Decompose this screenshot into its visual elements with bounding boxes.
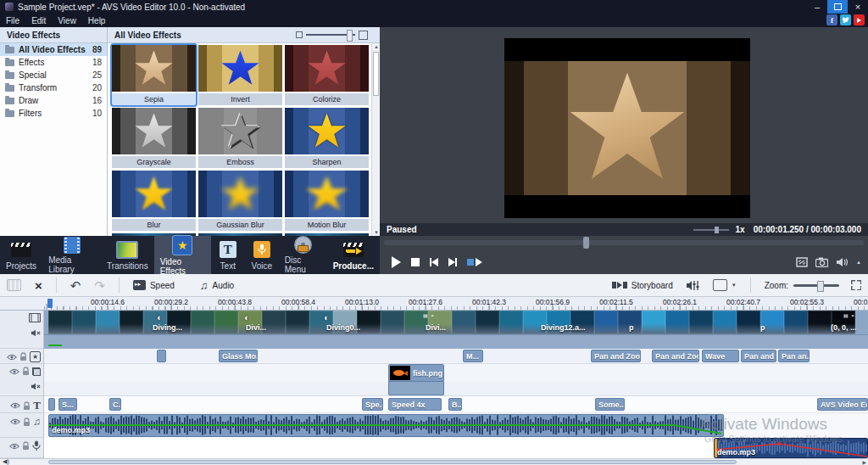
twitter-icon[interactable] (840, 14, 851, 25)
lock-icon[interactable] (19, 352, 27, 361)
effect-grayscale[interactable]: Grayscale (112, 108, 196, 168)
voice-audio-clip[interactable]: demo.mp3 (714, 438, 868, 458)
sidebar-item-effects[interactable]: Effects18 (0, 56, 107, 69)
video-thumbnail[interactable] (96, 311, 120, 334)
video-thumbnail[interactable] (499, 311, 523, 334)
transition-icon[interactable]: ◐ (324, 313, 330, 322)
video-thumbnail[interactable] (381, 311, 404, 334)
effect-clip[interactable]: M... (463, 350, 483, 362)
speaker-mute-icon[interactable] (31, 329, 41, 337)
timeline-zoom-slider[interactable] (793, 284, 839, 287)
trim-button[interactable] (0, 279, 28, 291)
seek-bar[interactable] (380, 236, 868, 249)
speaker-mute-icon[interactable] (31, 383, 41, 390)
sidebar-item-transform[interactable]: Transform20 (0, 81, 107, 94)
zoom-slider-handle[interactable] (817, 281, 824, 292)
toolbar-tab-video-effects[interactable]: ★Video Effects (154, 236, 211, 274)
text-clip[interactable]: B.. (448, 398, 462, 411)
video-thumbnail[interactable] (191, 311, 214, 334)
video-thumbnail[interactable] (357, 311, 381, 334)
video-thumbnail[interactable] (784, 311, 808, 334)
effect-invert[interactable]: Invert (198, 45, 282, 105)
text-clip[interactable]: AVS Video Edi... (817, 398, 868, 411)
effect-sharpen[interactable]: Sharpen (285, 108, 369, 168)
scroll-up-icon[interactable]: ▲ (373, 44, 380, 49)
sidebar-item-all-video-effects[interactable]: All Video Effects89 (0, 43, 107, 56)
sidebar-item-draw[interactable]: Draw16 (0, 94, 107, 107)
eye-icon[interactable] (9, 443, 19, 450)
storyboard-button[interactable]: Storyboard (605, 281, 680, 290)
toolbar-tab-produce[interactable]: Produce... (327, 236, 380, 274)
redo-button[interactable]: ↷ (87, 279, 112, 292)
audio-button[interactable]: ♫ Audio (193, 280, 241, 291)
thumbnail-size-slider[interactable] (296, 31, 368, 40)
step-preview-button[interactable] (467, 254, 482, 271)
timeline-ruler[interactable]: 00:00:14.600:00:29.200:00:43.800:00:58.4… (44, 297, 868, 311)
next-frame-button[interactable] (448, 254, 457, 271)
stop-button[interactable] (411, 254, 420, 271)
toolbar-tab-voice[interactable]: Voice (245, 236, 279, 274)
horizontal-scrollbar[interactable]: ▶ (0, 458, 868, 465)
effect-clip[interactable]: Pan and ... (741, 350, 776, 362)
video-thumbnail[interactable] (48, 311, 72, 334)
effect-clip[interactable]: Glass Mo... (219, 350, 258, 362)
video-thumbnail[interactable] (286, 311, 309, 334)
video-thumbnail[interactable] (689, 311, 713, 334)
lock-icon[interactable] (23, 417, 31, 427)
effect-gaussian[interactable]: Gaussian Blur (198, 171, 282, 231)
menu-item-file[interactable]: File (6, 16, 19, 25)
hscrollbar-thumb[interactable] (48, 460, 737, 464)
sidebar-item-special[interactable]: Special25 (0, 69, 107, 81)
scroll-right-icon[interactable]: ▶ (862, 459, 866, 465)
lock-icon[interactable] (22, 441, 30, 451)
video-thumbnail[interactable] (452, 311, 476, 334)
effect-clip[interactable]: Pan an... (778, 350, 810, 362)
effect-motion[interactable]: Motion Blur (285, 171, 369, 231)
effect-colorize[interactable]: Colorize (285, 45, 369, 105)
overlay-track[interactable]: fish.png (44, 364, 868, 382)
eye-icon[interactable] (10, 402, 20, 409)
audio-mixer-button[interactable] (680, 280, 706, 291)
video-thumbnail[interactable] (642, 311, 665, 334)
video-thumbnail[interactable] (808, 311, 832, 334)
toolbar-tab-disc-menu[interactable]: Disc Menu (279, 236, 327, 274)
speed-slider-handle[interactable] (715, 227, 719, 233)
effect-clip[interactable]: Pan and Zoom (591, 350, 641, 362)
text-clip[interactable]: Speed 4x (388, 398, 442, 411)
audio-clip[interactable]: demo.mp3 (48, 414, 724, 437)
delete-button[interactable]: × (28, 279, 49, 292)
video-thumbnail[interactable] (72, 311, 96, 334)
snapshot-camera-icon[interactable] (815, 257, 828, 267)
fullscreen-icon[interactable] (796, 257, 808, 267)
fit-timeline-button[interactable] (844, 280, 868, 290)
close-button[interactable]: × (848, 0, 868, 14)
menu-item-edit[interactable]: Edit (31, 16, 46, 25)
eye-icon[interactable] (7, 354, 17, 361)
eye-icon[interactable] (10, 418, 20, 425)
facebook-icon[interactable]: f (826, 14, 837, 25)
thumbnail-slider-handle[interactable] (347, 30, 353, 42)
transition-icon[interactable]: ◐ (244, 313, 250, 322)
sidebar-item-filters[interactable]: Filters10 (0, 107, 107, 120)
video-thumbnail[interactable] (737, 311, 760, 334)
overlay-clip[interactable]: fish.png (388, 364, 444, 382)
effects-scrollbar[interactable]: ▲ ▼ (371, 43, 380, 236)
video-thumbnail[interactable] (665, 311, 689, 334)
video-effects-track[interactable]: Glass Mo...M...Pan and ZoomPan and ZoomW… (44, 349, 868, 364)
video-thumbnail[interactable] (120, 311, 143, 334)
lock-icon[interactable] (23, 401, 31, 411)
dual-screen-button[interactable]: ▼ (706, 279, 743, 291)
play-button[interactable] (392, 254, 401, 271)
voice-track[interactable]: demo.mp3 (44, 438, 868, 458)
lock-icon[interactable] (22, 367, 30, 376)
undo-button[interactable]: ↶ (64, 279, 88, 292)
playhead[interactable] (47, 299, 53, 308)
effect-clip[interactable] (157, 350, 166, 362)
text-clip[interactable]: Some... (595, 398, 625, 411)
menu-item-view[interactable]: View (58, 16, 76, 25)
menu-item-help[interactable]: Help (88, 16, 106, 25)
youtube-icon[interactable] (854, 14, 865, 25)
text-clip[interactable]: S... (58, 398, 77, 411)
video-thumbnail[interactable] (214, 311, 238, 334)
toolbar-tab-transitions[interactable]: Transitions (101, 236, 154, 274)
